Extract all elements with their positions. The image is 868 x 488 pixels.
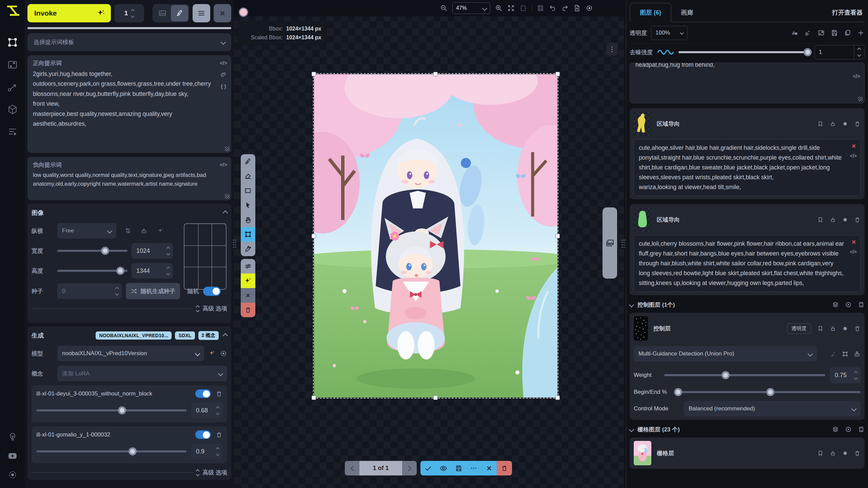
- nav-models-tab[interactable]: [5, 102, 20, 117]
- braces-icon[interactable]: { }: [221, 83, 226, 89]
- lora-weight-slider[interactable]: [36, 450, 186, 452]
- control-mode-select[interactable]: Balanced (recommended): [684, 401, 861, 416]
- model-select[interactable]: noobaiXLNAIXL_vPred10Version: [57, 346, 204, 361]
- save-layers-icon[interactable]: [831, 29, 838, 37]
- open-viewer-button[interactable]: 打开查看器: [830, 3, 865, 22]
- prev-image-button[interactable]: [345, 461, 359, 475]
- lora-weight-slider[interactable]: [36, 409, 186, 411]
- undo-icon[interactable]: [549, 4, 556, 12]
- link-icon[interactable]: [220, 71, 227, 78]
- lora-weight-input[interactable]: 0.9: [191, 444, 222, 459]
- raster-layers-header[interactable]: 栅格图层 (23 个): [630, 423, 865, 436]
- prompt-template-select[interactable]: 选择提示词模板: [27, 33, 231, 51]
- invoke-logo-icon[interactable]: [5, 4, 20, 18]
- visibility-dot-icon[interactable]: [842, 450, 848, 456]
- bb-handle-w[interactable]: [312, 234, 316, 238]
- bookmark-icon[interactable]: [817, 325, 824, 332]
- raster-thumb[interactable]: [634, 441, 651, 465]
- zoom-out-icon[interactable]: [440, 4, 448, 12]
- color-swatch[interactable]: [239, 7, 248, 17]
- eyedropper-tool-button[interactable]: [241, 242, 255, 256]
- bb-handle-sw[interactable]: [312, 395, 316, 400]
- control-model-select[interactable]: Multi-Guidance Detection (Union Pro): [634, 346, 817, 362]
- panel-resize-grip[interactable]: [621, 239, 625, 249]
- delete-button[interactable]: [241, 303, 255, 317]
- resize-grip[interactable]: [858, 97, 863, 101]
- youtube-icon[interactable]: [5, 449, 20, 463]
- queue-count-arrows[interactable]: [131, 9, 134, 17]
- canvas-settings-gear-icon[interactable]: [586, 4, 593, 12]
- lock-icon[interactable]: [830, 450, 836, 456]
- end-handle[interactable]: [766, 388, 774, 396]
- bb-handle-s[interactable]: [433, 395, 438, 400]
- random-seed-toggle[interactable]: [203, 287, 221, 296]
- canvas-workspace[interactable]: 47% Bbox:1024×1344 px Scaled Bbox:1024×1…: [234, 0, 624, 488]
- height-slider[interactable]: [57, 270, 127, 272]
- invoke-region-button[interactable]: [241, 273, 255, 288]
- nav-upscale-tab[interactable]: [5, 58, 20, 72]
- bookmark-icon[interactable]: [817, 121, 824, 127]
- lock-icon[interactable]: [830, 325, 836, 332]
- add-layer-icon[interactable]: [857, 29, 865, 37]
- rectangle-tool-button[interactable]: [241, 183, 255, 198]
- negative-prompt-text[interactable]: low quality,worst quality,normal quality…: [33, 171, 226, 188]
- aspect-ratio-select[interactable]: Free: [57, 223, 116, 239]
- collapse-icon[interactable]: [223, 333, 228, 338]
- weight-slider[interactable]: [664, 374, 825, 376]
- layer-opacity-badge[interactable]: 透明度: [787, 323, 811, 334]
- queue-count-stepper[interactable]: 1: [114, 4, 144, 22]
- visibility-dot-icon[interactable]: [842, 326, 848, 331]
- close-panel-button[interactable]: ×: [214, 4, 231, 22]
- export-icon[interactable]: [853, 350, 861, 358]
- accept-button[interactable]: [420, 461, 436, 475]
- collapse-icon[interactable]: [223, 210, 228, 216]
- advanced-options-label[interactable]: 高级 选项: [202, 305, 227, 312]
- raster-layer-card[interactable]: 栅格层: [630, 438, 865, 469]
- code-icon[interactable]: </>: [853, 73, 860, 79]
- add-lora-select[interactable]: 添加 LoRA: [57, 366, 227, 381]
- cancel-staging-button[interactable]: ×: [481, 461, 497, 475]
- move-tool-button[interactable]: [241, 198, 255, 212]
- crop-frame-icon[interactable]: [858, 301, 865, 308]
- canvas-context-menu-button[interactable]: ⋮: [606, 43, 618, 56]
- nav-canvas-tab[interactable]: [5, 35, 20, 49]
- negative-prompt-box[interactable]: 负向提示词 low quality,worst quality,normal q…: [27, 157, 231, 200]
- redo-icon[interactable]: [561, 4, 569, 12]
- control-layers-header[interactable]: 控制图层 (1个): [630, 298, 865, 311]
- pan-tool-button[interactable]: [241, 212, 255, 227]
- opacity-select[interactable]: 100%: [651, 26, 688, 40]
- save-canvas-icon[interactable]: [537, 4, 544, 12]
- control-thumb[interactable]: [634, 316, 648, 341]
- shapes-icon[interactable]: [791, 29, 798, 37]
- positive-prompt-box[interactable]: 正向提示词 2girls,yuri,hug,heads together, ou…: [27, 55, 231, 153]
- panels-menu-button[interactable]: [193, 4, 210, 22]
- zoom-level-select[interactable]: 47%: [452, 2, 490, 14]
- randomize-seed-button[interactable]: 随机生成种子: [126, 283, 180, 299]
- view-mode-button[interactable]: [154, 5, 171, 21]
- settings-gear-icon[interactable]: [5, 468, 20, 482]
- begin-end-slider[interactable]: [676, 391, 861, 393]
- panel-resize-grip[interactable]: [233, 239, 237, 249]
- code-icon[interactable]: </>: [220, 162, 227, 167]
- more-actions-button[interactable]: ···: [466, 461, 481, 475]
- duplicate-icon[interactable]: [844, 29, 851, 37]
- model-settings-gear-icon[interactable]: [220, 350, 227, 357]
- visibility-dot-icon[interactable]: [842, 121, 848, 127]
- visibility-eye-icon[interactable]: [845, 301, 852, 308]
- scaled-bbox-icon[interactable]: [519, 4, 527, 12]
- resize-grip[interactable]: [225, 146, 230, 151]
- trash-icon[interactable]: [854, 450, 861, 456]
- regional-prompt-text[interactable]: cute,loli,cherry blossoms,hair flower,pi…: [639, 239, 845, 288]
- global-prompt-text[interactable]: headpat,hug,hug from behind,: [635, 63, 859, 70]
- invoke-button[interactable]: Invoke: [27, 4, 111, 22]
- lock-icon[interactable]: [830, 217, 836, 223]
- width-input[interactable]: 1024: [132, 243, 173, 259]
- trash-icon[interactable]: [216, 431, 222, 438]
- bookmark-icon[interactable]: [817, 217, 824, 223]
- begin-handle[interactable]: [674, 388, 682, 396]
- regional-thumb-green[interactable]: [634, 207, 651, 232]
- trash-icon[interactable]: [854, 217, 861, 223]
- weight-input[interactable]: 0.75: [830, 367, 861, 383]
- wand-star-icon[interactable]: [830, 350, 837, 358]
- layers-stack-icon[interactable]: [832, 301, 839, 308]
